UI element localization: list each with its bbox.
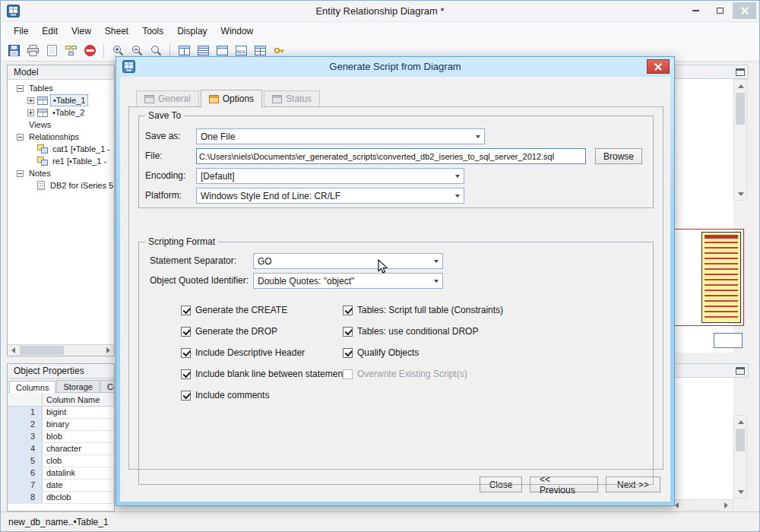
quoted-identifier-dropdown[interactable]: Double Quotes: "object" — [253, 273, 443, 289]
tab-options[interactable]: Options — [201, 90, 262, 107]
scroll-left-button[interactable] — [8, 345, 19, 356]
checkbox-checked-icon — [181, 348, 191, 358]
diagram-icon[interactable] — [62, 43, 79, 59]
table-row[interactable]: 3blob — [8, 431, 114, 443]
tab-constraints[interactable]: Co — [100, 380, 115, 392]
tab-storage[interactable]: Storage — [56, 380, 100, 392]
checkbox-include-comments[interactable]: Include comments — [181, 389, 269, 401]
tree-item-table2[interactable]: •Table_2 — [8, 106, 114, 119]
tab-status[interactable]: Status — [264, 90, 320, 106]
save-icon[interactable] — [5, 43, 22, 59]
maximize-button[interactable] — [708, 2, 732, 19]
collapse-icon[interactable] — [17, 134, 24, 141]
toolbar-separator — [169, 44, 170, 58]
scroll-up-button[interactable] — [735, 81, 746, 91]
tree-item-tables[interactable]: Tables — [8, 82, 114, 94]
collapse-icon[interactable] — [17, 170, 24, 177]
menu-edit[interactable]: Edit — [35, 24, 65, 39]
scrollbar-thumb[interactable] — [736, 93, 745, 125]
column-name-cell: blob — [43, 431, 114, 442]
checkbox-checked-icon — [343, 327, 353, 337]
object-properties-panel: Object Properties Columns Storage Co Col… — [7, 363, 115, 511]
tree-item-notes[interactable]: Notes — [8, 167, 114, 179]
table-row[interactable]: 1bigint — [8, 407, 114, 419]
dialog-body: General Options Status Save To Save as: … — [120, 77, 670, 502]
diagram-vertical-scrollbar[interactable] — [733, 79, 747, 201]
checkbox-blank-line[interactable]: Include blank line between statements — [181, 368, 350, 380]
tree-label: •Table_2 — [50, 107, 87, 118]
tree-label: Views — [27, 119, 53, 130]
checkbox-script-full-table[interactable]: Tables: Script full table (Constraints) — [343, 304, 503, 316]
table-row[interactable]: 4character — [8, 443, 114, 455]
scrollbar-thumb[interactable] — [736, 429, 745, 451]
menu-window[interactable]: Window — [214, 24, 261, 39]
scroll-up-button[interactable] — [735, 416, 746, 427]
checkbox-descriptive-header[interactable]: Include Descriptive Header — [181, 347, 305, 359]
horizontal-scrollbar[interactable] — [8, 344, 114, 356]
save-as-dropdown[interactable]: One File — [196, 128, 485, 144]
menu-tools[interactable]: Tools — [135, 24, 170, 39]
tab-general[interactable]: General — [136, 90, 199, 106]
table-row[interactable]: 6datalink — [8, 467, 114, 480]
menu-view[interactable]: View — [65, 24, 98, 39]
no-entry-icon[interactable] — [81, 43, 98, 59]
float-panel-icon[interactable] — [736, 367, 745, 375]
diagram-table-thumbnail[interactable] — [701, 232, 741, 323]
tree-item-relationships[interactable]: Relationships — [8, 131, 114, 143]
table-row[interactable]: 7date — [8, 480, 114, 492]
column-name-cell: binary — [43, 419, 114, 430]
tree-item-note-db2[interactable]: DB2 for iSeries 5 — [8, 179, 114, 192]
table-row[interactable]: 8dbclob — [8, 492, 114, 504]
tree-item-table1[interactable]: •Table_1 — [8, 94, 114, 106]
checkbox-label: Generate the CREATE — [195, 305, 287, 315]
scroll-right-button[interactable] — [720, 500, 732, 511]
bottom-right-canvas[interactable] — [670, 378, 733, 499]
relationship-icon — [37, 157, 48, 166]
menu-display[interactable]: Display — [170, 24, 214, 39]
checkbox-conditional-drop[interactable]: Tables: use conditional DROP — [343, 325, 478, 337]
tree-label: re1 [•Table_1 - — [50, 156, 109, 166]
dialog-close-button[interactable] — [647, 59, 670, 74]
checkbox-generate-drop[interactable]: Generate the DROP — [181, 325, 277, 337]
diagram-note-thumbnail[interactable] — [714, 333, 743, 348]
tab-columns[interactable]: Columns — [9, 381, 55, 393]
row-number: 5 — [8, 455, 43, 467]
tree-item-views[interactable]: Views — [8, 119, 114, 131]
chevron-down-icon — [429, 274, 442, 288]
scroll-right-button[interactable] — [103, 345, 114, 356]
menu-sheet[interactable]: Sheet — [98, 24, 135, 39]
encoding-dropdown[interactable]: [Default] — [196, 168, 464, 184]
menu-file[interactable]: File — [7, 24, 35, 39]
bottom-vertical-scrollbar[interactable] — [733, 415, 747, 499]
arrow-down-icon — [738, 192, 744, 196]
close-button[interactable] — [733, 2, 756, 19]
float-panel-icon[interactable] — [736, 68, 745, 76]
checkbox-generate-create[interactable]: Generate the CREATE — [181, 304, 287, 316]
file-path-input[interactable] — [196, 148, 586, 164]
table-row[interactable]: 5clob — [8, 455, 114, 467]
table-row[interactable]: 2binary — [8, 419, 114, 431]
column-name-cell: character — [43, 443, 114, 454]
print-icon[interactable] — [24, 43, 41, 59]
statement-separator-dropdown[interactable]: GO — [253, 253, 443, 269]
model-panel-header: Model — [8, 65, 114, 80]
diagram-selection-rect — [674, 229, 744, 326]
scripting-format-legend: Scripting Format — [145, 236, 218, 247]
columns-table-header: Column Name — [8, 393, 114, 407]
tree-item-relationship-re1[interactable]: re1 [•Table_1 - — [8, 155, 114, 167]
expand-icon[interactable] — [27, 97, 34, 104]
browse-button[interactable]: Browse — [595, 148, 642, 164]
scroll-down-button[interactable] — [735, 486, 746, 497]
collapse-icon[interactable] — [17, 85, 24, 92]
scrollbar-thumb[interactable] — [20, 346, 64, 355]
scroll-down-button[interactable] — [735, 188, 746, 199]
bottom-horizontal-scrollbar[interactable] — [670, 499, 733, 511]
tab-label: Options — [223, 93, 254, 104]
platform-dropdown[interactable]: Windows Style End of Line: CR/LF — [196, 188, 464, 204]
checkbox-qualify-objects[interactable]: Qualify Objects — [343, 347, 419, 359]
minimize-button[interactable] — [684, 2, 708, 19]
page-icon[interactable] — [43, 43, 60, 59]
tree-item-relationship-cat1[interactable]: cat1 [•Table_1 - — [8, 143, 114, 155]
expand-icon[interactable] — [27, 109, 34, 116]
model-panel: Model Tables •Table_1 •Table_2 — [7, 65, 115, 356]
